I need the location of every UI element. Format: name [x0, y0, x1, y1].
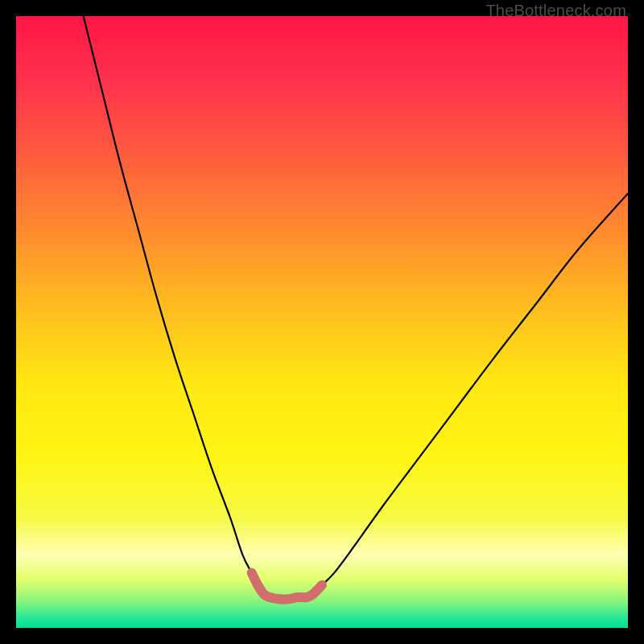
- plot-area: [16, 16, 628, 628]
- curve-layer: [16, 16, 628, 628]
- curve-valley-highlight: [252, 573, 322, 600]
- curve-right: [307, 193, 628, 597]
- curve-left: [84, 16, 270, 597]
- watermark-text: TheBottleneck.com: [485, 2, 626, 20]
- chart-frame: TheBottleneck.com: [0, 0, 644, 644]
